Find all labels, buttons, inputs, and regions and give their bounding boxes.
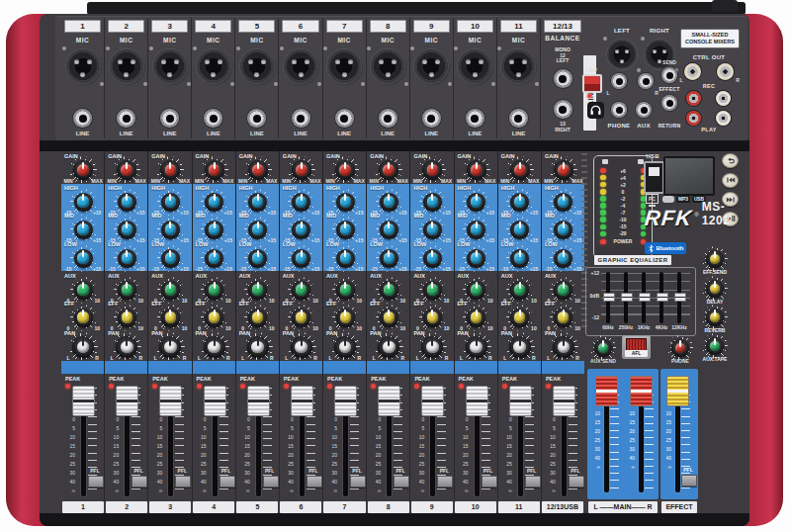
high-knob[interactable] — [248, 193, 267, 212]
channel-fader-handle[interactable] — [247, 386, 270, 416]
mid-knob[interactable] — [336, 221, 355, 239]
eff-knob[interactable] — [161, 309, 180, 327]
mid-knob[interactable] — [292, 221, 310, 239]
low-knob[interactable] — [161, 249, 180, 268]
low-knob[interactable] — [467, 249, 485, 268]
pfl-button[interactable] — [307, 476, 322, 488]
eff-knob[interactable] — [510, 309, 529, 327]
high-knob[interactable] — [118, 193, 136, 212]
pfl-button[interactable] — [263, 476, 279, 488]
gain-knob[interactable] — [422, 160, 442, 180]
repeat-button[interactable] — [722, 153, 739, 168]
gain-knob[interactable] — [205, 160, 224, 180]
high-knob[interactable] — [336, 193, 355, 212]
gain-knob[interactable] — [117, 160, 136, 180]
high-knob[interactable] — [74, 193, 93, 212]
eff-knob[interactable] — [423, 309, 442, 327]
pfl-button[interactable] — [394, 476, 409, 488]
eff-knob[interactable] — [205, 309, 223, 327]
low-knob[interactable] — [554, 249, 572, 268]
eff-knob[interactable] — [467, 309, 485, 327]
aux-tape-knob[interactable] — [706, 337, 724, 355]
aux-knob[interactable] — [336, 281, 355, 300]
aux-knob[interactable] — [205, 281, 223, 300]
aux-knob[interactable] — [161, 281, 180, 300]
high-knob[interactable] — [510, 193, 529, 212]
low-knob[interactable] — [205, 249, 223, 268]
fader-handle[interactable] — [666, 376, 689, 406]
high-knob[interactable] — [205, 193, 223, 212]
low-knob[interactable] — [248, 249, 267, 268]
mid-knob[interactable] — [554, 221, 572, 239]
eff-knob[interactable] — [74, 309, 93, 327]
low-knob[interactable] — [336, 249, 355, 268]
aux-knob[interactable] — [380, 281, 398, 300]
geq-band-handle[interactable] — [657, 293, 668, 302]
aux-knob[interactable] — [118, 281, 136, 300]
delay-knob[interactable] — [706, 280, 724, 298]
geq-band-handle[interactable] — [674, 293, 686, 302]
gain-knob[interactable] — [292, 160, 311, 180]
low-knob[interactable] — [118, 249, 136, 268]
eff-knob[interactable] — [292, 309, 310, 327]
aux-knob[interactable] — [423, 281, 442, 300]
mid-knob[interactable] — [423, 221, 442, 239]
channel-fader-handle[interactable] — [378, 386, 400, 416]
aux-send-knob[interactable] — [594, 339, 612, 357]
high-knob[interactable] — [467, 193, 485, 212]
channel-fader-handle[interactable] — [421, 386, 444, 416]
low-knob[interactable] — [380, 249, 398, 268]
geq-band-handle[interactable] — [621, 293, 633, 302]
pfl-button[interactable] — [525, 476, 541, 488]
low-knob[interactable] — [510, 249, 529, 268]
channel-fader-handle[interactable] — [553, 386, 575, 416]
mid-knob[interactable] — [248, 221, 267, 239]
mid-knob[interactable] — [380, 221, 398, 239]
channel-fader-handle[interactable] — [116, 386, 138, 416]
pfl-button[interactable] — [220, 476, 235, 488]
channel-fader-handle[interactable] — [334, 386, 357, 416]
reverb-knob[interactable] — [706, 309, 724, 326]
channel-fader-handle[interactable] — [159, 386, 182, 416]
aux-knob[interactable] — [510, 281, 529, 300]
high-knob[interactable] — [380, 193, 398, 212]
pfl-button[interactable] — [88, 476, 104, 488]
phone-knob[interactable] — [671, 339, 689, 357]
channel-fader-handle[interactable] — [204, 386, 226, 416]
aux-knob[interactable] — [292, 281, 310, 300]
fader-handle[interactable] — [630, 376, 653, 406]
pfl-button[interactable] — [482, 476, 497, 488]
high-knob[interactable] — [554, 193, 572, 212]
gain-knob[interactable] — [554, 160, 573, 180]
gain-knob[interactable] — [248, 160, 268, 180]
phantom-power-switch[interactable] — [582, 74, 602, 93]
pfl-button[interactable] — [437, 476, 453, 488]
channel-fader-handle[interactable] — [466, 386, 488, 416]
aux-knob[interactable] — [554, 281, 572, 300]
channel-fader-handle[interactable] — [291, 386, 313, 416]
channel-fader-handle[interactable] — [72, 386, 95, 416]
geq-band-handle[interactable] — [639, 293, 651, 302]
pfl-button[interactable] — [175, 476, 191, 488]
high-knob[interactable] — [423, 193, 442, 212]
pfl-button[interactable] — [350, 476, 366, 488]
eff-send-knob[interactable] — [706, 250, 724, 268]
eff-knob[interactable] — [380, 309, 398, 327]
mid-knob[interactable] — [161, 221, 180, 239]
afl-button[interactable]: AFL — [622, 335, 651, 359]
aux-knob[interactable] — [467, 281, 485, 300]
eff-knob[interactable] — [336, 309, 355, 327]
high-knob[interactable] — [292, 193, 310, 212]
gain-knob[interactable] — [335, 160, 355, 180]
eff-knob[interactable] — [554, 309, 572, 327]
gain-knob[interactable] — [73, 160, 93, 180]
prev-track-button[interactable] — [722, 173, 739, 188]
mid-knob[interactable] — [74, 221, 93, 239]
low-knob[interactable] — [292, 249, 310, 268]
gain-knob[interactable] — [467, 160, 486, 180]
gain-knob[interactable] — [379, 160, 398, 180]
eff-knob[interactable] — [248, 309, 267, 327]
pfl-button[interactable] — [132, 476, 147, 488]
fader-handle[interactable] — [595, 376, 618, 406]
mid-knob[interactable] — [467, 221, 485, 239]
